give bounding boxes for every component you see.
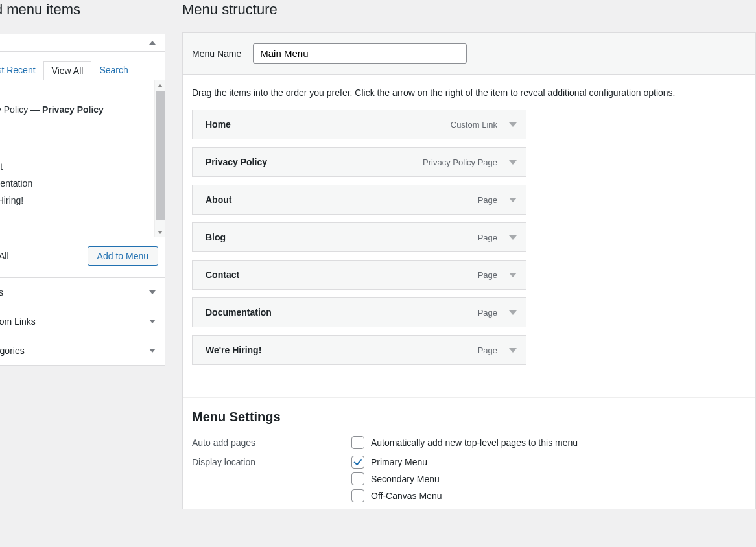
menu-item-type: Page bbox=[478, 195, 497, 205]
display-location-checkbox[interactable] bbox=[351, 489, 364, 502]
menu-item[interactable]: DocumentationPage bbox=[192, 297, 526, 327]
display-location-option: Off-Canvas Menu bbox=[371, 491, 442, 501]
menu-item[interactable]: ContactPage bbox=[192, 260, 526, 290]
add-to-menu-button[interactable]: Add to Menu bbox=[88, 246, 158, 266]
chevron-down-icon[interactable] bbox=[509, 310, 517, 315]
tab-search[interactable]: Search bbox=[91, 61, 136, 80]
menu-item[interactable]: Privacy PolicyPrivacy Policy Page bbox=[192, 147, 526, 177]
chevron-down-icon[interactable] bbox=[509, 198, 517, 202]
tab-view-all[interactable]: View All bbox=[43, 61, 92, 80]
chevron-down-icon[interactable] bbox=[509, 348, 517, 353]
menu-name-input[interactable] bbox=[253, 43, 467, 64]
chevron-up-icon bbox=[149, 41, 156, 45]
menu-item-title: Home bbox=[206, 119, 231, 130]
display-location-checkbox[interactable] bbox=[351, 456, 364, 469]
page-list-item[interactable]: Blog bbox=[0, 118, 165, 135]
menu-item[interactable]: BlogPage bbox=[192, 222, 526, 252]
display-location-checkbox[interactable] bbox=[351, 472, 364, 485]
custom-links-panel-toggle[interactable]: Custom Links bbox=[0, 307, 165, 336]
chevron-down-icon[interactable] bbox=[509, 273, 517, 277]
pages-scrollbar[interactable] bbox=[154, 80, 165, 237]
menu-item-title: Privacy Policy bbox=[206, 157, 267, 167]
scroll-thumb[interactable] bbox=[156, 91, 165, 220]
display-location-label: Display location bbox=[192, 456, 351, 467]
page-list-item[interactable]: Documentation bbox=[0, 175, 165, 192]
auto-add-pages-checkbox[interactable] bbox=[351, 436, 364, 449]
page-list-item[interactable]: About bbox=[0, 135, 165, 152]
page-list-item[interactable] bbox=[0, 152, 165, 158]
menu-structure-heading: Menu structure bbox=[182, 1, 756, 18]
chevron-down-icon[interactable] bbox=[509, 122, 517, 127]
menu-item-type: Page bbox=[478, 233, 497, 242]
page-list-item[interactable]: Contact bbox=[0, 158, 165, 175]
scroll-up-icon[interactable] bbox=[155, 80, 165, 91]
menu-item-title: About bbox=[206, 194, 231, 205]
menu-item[interactable]: AboutPage bbox=[192, 185, 526, 215]
add-menu-items-heading: Add menu items bbox=[0, 1, 165, 18]
page-list-item[interactable]: We're Hiring! bbox=[0, 192, 165, 209]
chevron-down-icon bbox=[149, 349, 156, 353]
chevron-down-icon bbox=[149, 320, 156, 323]
chevron-down-icon bbox=[149, 290, 156, 294]
menu-item-title: Blog bbox=[206, 232, 226, 242]
select-all-link[interactable]: Select All bbox=[0, 251, 9, 261]
drag-instruction-text: Drag the items into the order you prefer… bbox=[183, 75, 755, 107]
page-list-item[interactable]: Privacy Policy — Privacy Policy bbox=[0, 101, 165, 118]
menu-settings-heading: Menu Settings bbox=[192, 410, 746, 425]
tab-most-recent[interactable]: Most Recent bbox=[0, 61, 43, 80]
auto-add-pages-option: Automatically add new top-level pages to… bbox=[371, 437, 578, 448]
page-list-item[interactable]: Home bbox=[0, 84, 165, 101]
pages-panel-toggle[interactable] bbox=[0, 34, 165, 52]
display-location-option: Secondary Menu bbox=[371, 474, 440, 484]
chevron-down-icon[interactable] bbox=[509, 160, 517, 165]
categories-label: Categories bbox=[0, 345, 25, 356]
menu-item-title: Contact bbox=[206, 270, 239, 280]
menu-item-type: Page bbox=[478, 345, 497, 355]
menu-item-type: Custom Link bbox=[451, 120, 497, 130]
menu-item[interactable]: HomeCustom Link bbox=[192, 110, 526, 139]
chevron-down-icon[interactable] bbox=[509, 235, 517, 240]
menu-item[interactable]: We're Hiring!Page bbox=[192, 335, 526, 365]
posts-label: Posts bbox=[0, 287, 3, 297]
categories-panel-toggle[interactable]: Categories bbox=[0, 336, 165, 365]
menu-name-label: Menu Name bbox=[192, 49, 241, 59]
display-location-option: Primary Menu bbox=[371, 457, 427, 467]
menu-item-title: We're Hiring! bbox=[206, 345, 261, 355]
posts-panel-toggle[interactable]: Posts bbox=[0, 277, 165, 307]
menu-item-type: Privacy Policy Page bbox=[423, 157, 497, 167]
custom-links-label: Custom Links bbox=[0, 316, 36, 327]
auto-add-pages-label: Auto add pages bbox=[192, 436, 351, 448]
menu-item-title: Documentation bbox=[206, 307, 272, 318]
scroll-down-icon[interactable] bbox=[155, 227, 165, 237]
menu-item-type: Page bbox=[478, 308, 497, 318]
menu-item-type: Page bbox=[478, 270, 497, 280]
